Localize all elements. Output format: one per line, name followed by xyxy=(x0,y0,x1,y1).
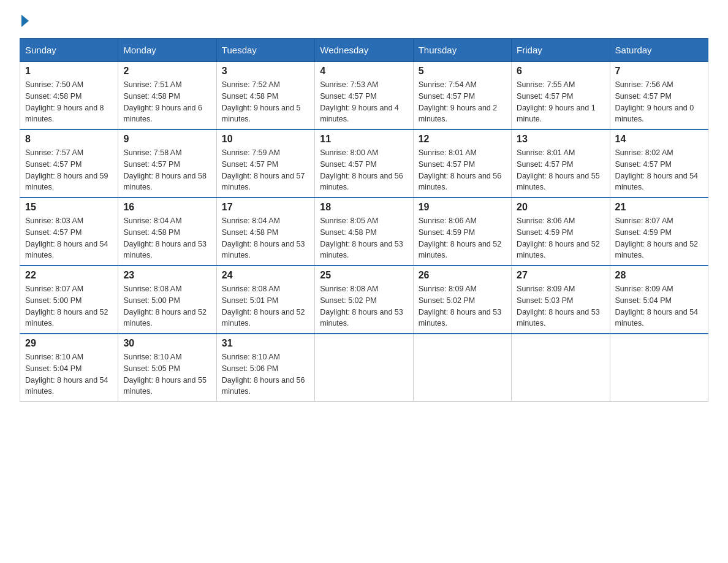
col-header-monday: Monday xyxy=(118,39,216,62)
day-info: Sunrise: 7:54 AMSunset: 4:57 PMDaylight:… xyxy=(419,79,506,125)
day-info: Sunrise: 8:09 AMSunset: 5:04 PMDaylight:… xyxy=(615,283,703,329)
day-number: 7 xyxy=(615,66,703,77)
calendar-cell xyxy=(413,334,511,402)
calendar-cell: 29Sunrise: 8:10 AMSunset: 5:04 PMDayligh… xyxy=(20,334,118,402)
calendar-cell: 27Sunrise: 8:09 AMSunset: 5:03 PMDayligh… xyxy=(512,266,610,334)
day-info: Sunrise: 8:09 AMSunset: 5:03 PMDaylight:… xyxy=(517,283,604,329)
day-number: 6 xyxy=(517,66,604,77)
day-number: 3 xyxy=(222,66,309,77)
calendar-cell: 19Sunrise: 8:06 AMSunset: 4:59 PMDayligh… xyxy=(413,197,511,266)
day-info: Sunrise: 8:08 AMSunset: 5:01 PMDaylight:… xyxy=(222,283,309,329)
calendar-week-row: 15Sunrise: 8:03 AMSunset: 4:57 PMDayligh… xyxy=(20,197,708,266)
calendar-header-row: SundayMondayTuesdayWednesdayThursdayFrid… xyxy=(20,39,708,62)
day-info: Sunrise: 8:06 AMSunset: 4:59 PMDaylight:… xyxy=(517,215,604,261)
day-info: Sunrise: 7:59 AMSunset: 4:57 PMDaylight:… xyxy=(222,147,309,193)
col-header-friday: Friday xyxy=(512,39,610,62)
day-info: Sunrise: 7:58 AMSunset: 4:57 PMDaylight:… xyxy=(123,147,211,193)
day-number: 9 xyxy=(123,134,211,145)
day-number: 28 xyxy=(615,270,703,281)
logo-arrow-icon xyxy=(21,15,29,27)
day-number: 12 xyxy=(419,134,506,145)
day-info: Sunrise: 8:10 AMSunset: 5:05 PMDaylight:… xyxy=(123,351,211,397)
day-info: Sunrise: 8:07 AMSunset: 4:59 PMDaylight:… xyxy=(615,215,703,261)
calendar-cell: 18Sunrise: 8:05 AMSunset: 4:58 PMDayligh… xyxy=(315,197,413,266)
day-info: Sunrise: 8:10 AMSunset: 5:06 PMDaylight:… xyxy=(222,351,309,397)
calendar-cell xyxy=(315,334,413,402)
calendar-week-row: 22Sunrise: 8:07 AMSunset: 5:00 PMDayligh… xyxy=(20,266,708,334)
day-number: 23 xyxy=(123,270,211,281)
day-info: Sunrise: 8:06 AMSunset: 4:59 PMDaylight:… xyxy=(419,215,506,261)
day-number: 25 xyxy=(320,270,408,281)
calendar-cell: 12Sunrise: 8:01 AMSunset: 4:57 PMDayligh… xyxy=(413,129,511,197)
day-number: 30 xyxy=(123,338,211,349)
calendar-cell: 23Sunrise: 8:08 AMSunset: 5:00 PMDayligh… xyxy=(118,266,216,334)
day-info: Sunrise: 8:04 AMSunset: 4:58 PMDaylight:… xyxy=(123,215,211,261)
calendar-cell: 17Sunrise: 8:04 AMSunset: 4:58 PMDayligh… xyxy=(216,197,314,266)
logo xyxy=(20,15,29,26)
day-number: 19 xyxy=(419,202,506,213)
calendar-cell xyxy=(610,334,708,402)
day-number: 17 xyxy=(222,202,309,213)
day-info: Sunrise: 7:56 AMSunset: 4:57 PMDaylight:… xyxy=(615,79,703,125)
calendar-cell: 8Sunrise: 7:57 AMSunset: 4:57 PMDaylight… xyxy=(20,129,118,197)
calendar-cell: 21Sunrise: 8:07 AMSunset: 4:59 PMDayligh… xyxy=(610,197,708,266)
day-info: Sunrise: 7:52 AMSunset: 4:58 PMDaylight:… xyxy=(222,79,309,125)
calendar-cell: 9Sunrise: 7:58 AMSunset: 4:57 PMDaylight… xyxy=(118,129,216,197)
calendar-cell: 22Sunrise: 8:07 AMSunset: 5:00 PMDayligh… xyxy=(20,266,118,334)
calendar-cell xyxy=(512,334,610,402)
day-number: 4 xyxy=(320,66,408,77)
day-info: Sunrise: 7:57 AMSunset: 4:57 PMDaylight:… xyxy=(25,147,113,193)
calendar-week-row: 8Sunrise: 7:57 AMSunset: 4:57 PMDaylight… xyxy=(20,129,708,197)
day-info: Sunrise: 8:03 AMSunset: 4:57 PMDaylight:… xyxy=(25,215,113,261)
calendar-cell: 26Sunrise: 8:09 AMSunset: 5:02 PMDayligh… xyxy=(413,266,511,334)
day-number: 5 xyxy=(419,66,506,77)
day-number: 8 xyxy=(25,134,113,145)
day-info: Sunrise: 8:10 AMSunset: 5:04 PMDaylight:… xyxy=(25,351,113,397)
day-number: 18 xyxy=(320,202,408,213)
day-number: 16 xyxy=(123,202,211,213)
day-info: Sunrise: 8:02 AMSunset: 4:57 PMDaylight:… xyxy=(615,147,703,193)
calendar-cell: 15Sunrise: 8:03 AMSunset: 4:57 PMDayligh… xyxy=(20,197,118,266)
page-header xyxy=(20,15,708,26)
calendar-cell: 13Sunrise: 8:01 AMSunset: 4:57 PMDayligh… xyxy=(512,129,610,197)
day-info: Sunrise: 8:04 AMSunset: 4:58 PMDaylight:… xyxy=(222,215,309,261)
day-number: 14 xyxy=(615,134,703,145)
calendar-cell: 30Sunrise: 8:10 AMSunset: 5:05 PMDayligh… xyxy=(118,334,216,402)
calendar-cell: 20Sunrise: 8:06 AMSunset: 4:59 PMDayligh… xyxy=(512,197,610,266)
calendar-cell: 6Sunrise: 7:55 AMSunset: 4:57 PMDaylight… xyxy=(512,62,610,130)
day-info: Sunrise: 8:01 AMSunset: 4:57 PMDaylight:… xyxy=(419,147,506,193)
calendar-table: SundayMondayTuesdayWednesdayThursdayFrid… xyxy=(20,38,708,402)
calendar-cell: 7Sunrise: 7:56 AMSunset: 4:57 PMDaylight… xyxy=(610,62,708,130)
col-header-wednesday: Wednesday xyxy=(315,39,413,62)
day-info: Sunrise: 8:07 AMSunset: 5:00 PMDaylight:… xyxy=(25,283,113,329)
calendar-cell: 24Sunrise: 8:08 AMSunset: 5:01 PMDayligh… xyxy=(216,266,314,334)
day-number: 1 xyxy=(25,66,113,77)
calendar-cell: 4Sunrise: 7:53 AMSunset: 4:57 PMDaylight… xyxy=(315,62,413,130)
calendar-cell: 28Sunrise: 8:09 AMSunset: 5:04 PMDayligh… xyxy=(610,266,708,334)
day-number: 21 xyxy=(615,202,703,213)
calendar-week-row: 1Sunrise: 7:50 AMSunset: 4:58 PMDaylight… xyxy=(20,62,708,130)
day-number: 2 xyxy=(123,66,211,77)
calendar-cell: 25Sunrise: 8:08 AMSunset: 5:02 PMDayligh… xyxy=(315,266,413,334)
day-number: 22 xyxy=(25,270,113,281)
day-number: 13 xyxy=(517,134,604,145)
day-number: 10 xyxy=(222,134,309,145)
day-number: 20 xyxy=(517,202,604,213)
col-header-saturday: Saturday xyxy=(610,39,708,62)
day-info: Sunrise: 7:53 AMSunset: 4:57 PMDaylight:… xyxy=(320,79,408,125)
calendar-cell: 2Sunrise: 7:51 AMSunset: 4:58 PMDaylight… xyxy=(118,62,216,130)
calendar-cell: 3Sunrise: 7:52 AMSunset: 4:58 PMDaylight… xyxy=(216,62,314,130)
col-header-thursday: Thursday xyxy=(413,39,511,62)
day-info: Sunrise: 8:09 AMSunset: 5:02 PMDaylight:… xyxy=(419,283,506,329)
col-header-sunday: Sunday xyxy=(20,39,118,62)
calendar-cell: 10Sunrise: 7:59 AMSunset: 4:57 PMDayligh… xyxy=(216,129,314,197)
day-info: Sunrise: 8:05 AMSunset: 4:58 PMDaylight:… xyxy=(320,215,408,261)
day-number: 31 xyxy=(222,338,309,349)
day-info: Sunrise: 8:08 AMSunset: 5:02 PMDaylight:… xyxy=(320,283,408,329)
col-header-tuesday: Tuesday xyxy=(216,39,314,62)
calendar-cell: 5Sunrise: 7:54 AMSunset: 4:57 PMDaylight… xyxy=(413,62,511,130)
calendar-cell: 1Sunrise: 7:50 AMSunset: 4:58 PMDaylight… xyxy=(20,62,118,130)
calendar-cell: 16Sunrise: 8:04 AMSunset: 4:58 PMDayligh… xyxy=(118,197,216,266)
calendar-cell: 11Sunrise: 8:00 AMSunset: 4:57 PMDayligh… xyxy=(315,129,413,197)
day-info: Sunrise: 8:01 AMSunset: 4:57 PMDaylight:… xyxy=(517,147,604,193)
